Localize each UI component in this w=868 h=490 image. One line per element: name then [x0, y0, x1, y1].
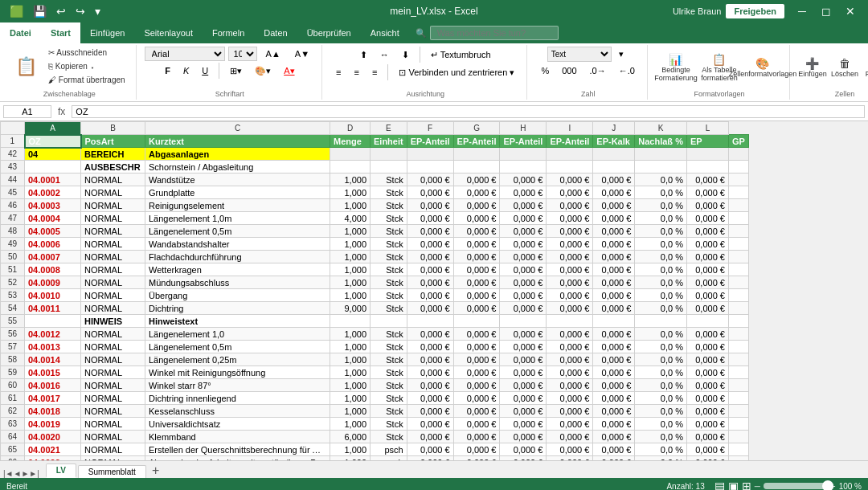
customize-icon[interactable]: ▾ [92, 3, 104, 19]
table-cell[interactable]: NORMAL [81, 238, 145, 251]
table-cell[interactable]: Stck [371, 225, 407, 238]
table-cell[interactable]: 0,000 € [453, 443, 500, 456]
table-cell[interactable]: 0,0 % [635, 405, 687, 418]
table-cell[interactable]: 0,000 € [500, 186, 547, 199]
table-cell[interactable] [25, 161, 81, 174]
table-cell[interactable]: 0,000 € [407, 418, 453, 431]
table-cell[interactable]: 0,000 € [453, 276, 500, 289]
table-cell[interactable]: 0,000 € [547, 328, 593, 341]
align-right-button[interactable]: ≡ [366, 64, 383, 80]
table-cell[interactable]: Klemmband [145, 431, 330, 443]
table-cell[interactable]: 04.0014 [25, 353, 81, 366]
table-cell[interactable] [686, 161, 728, 174]
table-cell[interactable]: 0,0 % [635, 353, 687, 366]
table-cell[interactable] [593, 315, 635, 328]
table-cell[interactable]: 0,000 € [453, 225, 500, 238]
table-cell[interactable]: 0,000 € [407, 174, 453, 186]
table-cell[interactable]: 1,000 [330, 199, 371, 212]
align-center-button[interactable]: ≡ [349, 64, 365, 80]
table-cell[interactable]: Stck [371, 431, 407, 443]
table-cell[interactable] [728, 443, 748, 456]
table-cell[interactable] [371, 161, 407, 174]
col-a-header[interactable]: A [25, 122, 81, 135]
table-cell[interactable]: 0,000 € [407, 392, 453, 405]
table-cell[interactable]: NORMAL [81, 199, 145, 212]
align-top-button[interactable]: ⬆ [354, 47, 373, 63]
col-d-header[interactable]: D [330, 122, 371, 135]
col-i-header[interactable]: I [547, 122, 593, 135]
table-cell[interactable]: 0,0 % [635, 263, 687, 276]
row-number[interactable]: 1 [1, 135, 25, 148]
table-cell[interactable] [407, 315, 453, 328]
table-cell[interactable]: 0,000 € [593, 289, 635, 302]
table-cell[interactable]: 0,000 € [547, 418, 593, 431]
tab-seitenlayout[interactable]: Seitenlayout [134, 22, 203, 43]
table-cell[interactable]: 04.0019 [25, 418, 81, 431]
table-cell[interactable]: 0,000 € [500, 418, 547, 431]
table-cell[interactable]: 0,000 € [453, 405, 500, 418]
table-cell[interactable]: Abgasanlagen [145, 148, 330, 161]
freigeben-button[interactable]: Freigeben [726, 4, 784, 18]
table-cell[interactable]: 04.0008 [25, 263, 81, 276]
table-cell[interactable]: Längenelement 1,0m [145, 212, 330, 225]
table-cell[interactable]: NORMAL [81, 379, 145, 392]
table-cell[interactable]: EP-Anteil [407, 135, 453, 148]
format-painter-button[interactable]: 🖌 Format übertragen [44, 74, 129, 86]
table-cell[interactable]: 0,000 € [547, 174, 593, 186]
table-cell[interactable]: 0,000 € [547, 276, 593, 289]
align-middle-button[interactable]: ↔ [375, 47, 395, 63]
table-cell[interactable]: 0,000 € [453, 251, 500, 263]
table-cell[interactable]: 0,0 % [635, 289, 687, 302]
table-cell[interactable]: 0,0 % [635, 456, 687, 461]
tab-formeln[interactable]: Formeln [203, 22, 254, 43]
row-number[interactable]: 52 [1, 276, 25, 289]
table-cell[interactable]: Stck [371, 276, 407, 289]
table-cell[interactable]: NORMAL [81, 341, 145, 353]
conditional-format-button[interactable]: 📊 Bedingte Formatierung [656, 51, 696, 84]
table-cell[interactable]: 0,000 € [686, 431, 728, 443]
table-cell[interactable] [728, 328, 748, 341]
align-left-button[interactable]: ≡ [330, 64, 346, 80]
table-cell[interactable] [728, 186, 748, 199]
table-cell[interactable] [407, 148, 453, 161]
table-cell[interactable]: 0,000 € [500, 328, 547, 341]
redo-icon[interactable]: ↪ [72, 3, 88, 19]
table-cell[interactable] [728, 225, 748, 238]
table-cell[interactable]: 0,000 € [547, 431, 593, 443]
table-cell[interactable]: 0,000 € [686, 405, 728, 418]
table-cell[interactable]: 0,000 € [407, 289, 453, 302]
normal-view-button[interactable]: ▤ [714, 480, 725, 490]
table-cell[interactable]: BEREICH [81, 148, 145, 161]
table-cell[interactable] [330, 161, 371, 174]
decrease-font-button[interactable]: A▼ [289, 47, 315, 61]
table-cell[interactable]: 0,000 € [547, 456, 593, 461]
table-cell[interactable]: Einheit [371, 135, 407, 148]
col-e-header[interactable]: E [371, 122, 407, 135]
table-cell[interactable]: Stck [371, 379, 407, 392]
font-family-select[interactable]: Arial [145, 47, 225, 61]
table-cell[interactable]: 1,000 [330, 379, 371, 392]
table-cell[interactable]: Stck [371, 199, 407, 212]
table-cell[interactable]: 9,000 [330, 302, 371, 315]
table-cell[interactable]: 0,000 € [407, 199, 453, 212]
tab-datei[interactable]: Datei [0, 22, 41, 43]
table-cell[interactable]: Mündungsabschluss [145, 276, 330, 289]
insert-cells-button[interactable]: ➕ Einfügen [798, 55, 827, 80]
table-cell[interactable]: NORMAL [81, 353, 145, 366]
table-cell[interactable]: 04.0005 [25, 225, 81, 238]
table-cell[interactable]: 0,000 € [593, 238, 635, 251]
table-cell[interactable]: Übergang [145, 289, 330, 302]
table-cell[interactable]: 0,000 € [686, 276, 728, 289]
table-cell[interactable]: 0,000 € [407, 431, 453, 443]
row-number[interactable]: 59 [1, 366, 25, 379]
table-cell[interactable]: EP [686, 135, 728, 148]
table-cell[interactable]: 0,000 € [593, 431, 635, 443]
cell-styles-button[interactable]: 🎨 Zellenformatvorlagen [743, 55, 783, 80]
table-cell[interactable] [330, 148, 371, 161]
close-button[interactable]: ✕ [839, 3, 862, 19]
table-cell[interactable]: 0,000 € [686, 392, 728, 405]
table-cell[interactable]: 0,000 € [453, 379, 500, 392]
table-cell[interactable]: Kesselanschluss [145, 405, 330, 418]
merge-center-button[interactable]: ⊡ Verbinden und zentrieren ▾ [393, 64, 520, 80]
table-cell[interactable]: 1,000 [330, 341, 371, 353]
